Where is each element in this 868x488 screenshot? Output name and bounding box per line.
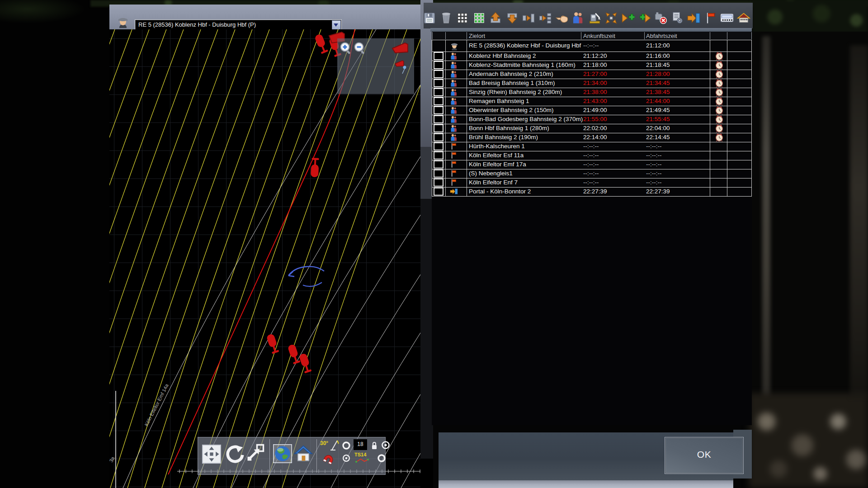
add-before-icon[interactable] [638,11,651,25]
row-checkbox[interactable] [434,188,443,196]
arrows-center-icon[interactable] [604,11,618,25]
target-icon-2[interactable] [342,454,351,463]
zoom-in-icon[interactable] [341,43,351,55]
home-view-button[interactable] [294,444,313,463]
row-checkbox[interactable] [434,151,443,160]
hand-pointer-icon[interactable] [555,11,569,25]
table-row[interactable]: (S) Nebengleis1--:--:----:--:-- [432,169,752,178]
track-map[interactable]: Köln Eifeltor Emf 14a 3a [109,29,433,488]
refuel-icon[interactable] [588,11,602,25]
background-rocks [749,393,868,488]
row-abfahrtszeit: 22:14:45 [646,134,670,141]
row-checkbox[interactable] [434,178,443,187]
table-row[interactable]: Remagen Bahnsteig 121:43:0021:44:00 [432,97,752,106]
passenger-icon [450,88,458,96]
remove-train-icon[interactable] [654,11,668,25]
row-abfahrtszeit: 21:28:00 [646,70,670,77]
grid-green-icon[interactable] [472,11,486,25]
import-up-icon[interactable] [489,11,502,25]
zoom-out-icon[interactable] [355,43,365,55]
row-ankunftszeit: 21:27:00 [583,70,607,77]
table-row[interactable]: Bonn-Bad Godesberg Bahnsteig 2 (370m)21:… [432,115,752,124]
row-abfahrtszeit: --:--:-- [646,152,661,159]
radio-ring-icon-2[interactable] [377,454,386,463]
table-row[interactable]: Bonn Hbf Bahnsteig 1 (280m)22:02:0022:04… [432,124,752,133]
row-checkbox[interactable] [434,169,443,178]
column-line [751,40,752,196]
row-ankunftszeit: 21:38:00 [583,89,607,95]
flag-icon[interactable] [704,11,717,25]
row-checkbox[interactable] [434,115,443,123]
column-line [710,40,710,196]
insert-list-icon[interactable] [538,11,552,25]
column-line [727,40,727,196]
row-zielort: Köln Eifeltor Esf 11a [469,152,524,159]
row-checkbox[interactable] [434,79,443,87]
row-checkbox[interactable] [434,52,443,60]
row-checkbox[interactable] [434,88,443,96]
background-rail-streak [762,36,770,425]
table-row[interactable]: Andernach Bahnsteig 2 (210m)21:27:0021:2… [432,70,752,79]
train-properties-icon[interactable] [671,11,684,25]
table-row[interactable]: Bad Breisig Bahnsteig 1 (310m)21:34:0021… [432,79,752,88]
table-row[interactable]: Sinzig (Rhein) Bahnsteig 2 (280m)21:38:0… [432,88,752,97]
delete-icon[interactable] [439,11,453,25]
dropdown-arrow-button[interactable] [332,20,341,30]
depot-icon[interactable] [737,11,750,25]
magnet-icon[interactable] [322,453,335,465]
table-row[interactable]: Hürth-Kalscheuren 1--:--:----:--:-- [432,142,752,151]
table-row[interactable]: RE 5 (28536) Koblenz Hbf - Duisburg Hbf-… [432,40,752,52]
table-row[interactable]: Koblenz-Stadtmitte Bahnsteig 1 (160m)21:… [432,61,752,70]
table-row[interactable]: Köln Eifeltor Enf 7--:--:----:--:-- [432,178,752,187]
passenger-icon [450,61,458,69]
flag-icon [450,151,458,160]
alarm-clock-icon [715,106,724,115]
row-checkbox[interactable] [434,160,443,169]
row-ankunftszeit: 22:02:00 [583,125,607,131]
row-checkbox[interactable] [434,70,443,78]
table-row[interactable]: Brühl Bahnsteig 2 (190m)22:14:0022:14:45 [432,133,752,142]
grid-white-icon[interactable] [456,11,469,25]
passenger-icon [450,124,458,132]
row-ankunftszeit: 22:14:00 [583,134,607,141]
row-zielort: (S) Nebengleis1 [469,170,513,177]
row-checkbox[interactable] [434,61,443,69]
table-row[interactable]: Oberwinter Bahnsteig 2 (150m)21:49:0021:… [432,106,752,115]
table-row[interactable]: Portal - Köln-Bonntor 222:27:3922:27:39 [432,187,752,196]
row-zielort: Brühl Bahnsteig 2 (190m) [469,134,538,141]
row-ankunftszeit: --:--:-- [583,42,599,49]
table-row[interactable]: Köln Eifeltor Emf 17a--:--:----:--:-- [432,160,752,169]
portal-icon[interactable] [687,11,701,25]
move-object-tool-button[interactable] [246,443,265,463]
alarm-clock-icon [715,115,724,124]
column-line [445,40,446,196]
export-down-icon[interactable] [505,11,519,25]
rotate-tool-button[interactable] [224,443,245,465]
row-checkbox[interactable] [434,133,443,141]
ok-button[interactable]: OK [665,437,744,474]
add-after-icon[interactable] [621,11,635,25]
background-trees-right [752,0,868,34]
save-icon[interactable] [423,11,436,25]
zoom-level-box[interactable]: 18 [354,439,367,450]
move-right-icon[interactable] [522,11,535,25]
lock-icon[interactable] [371,441,378,451]
row-checkbox[interactable] [434,97,443,105]
globe-view-button[interactable] [273,444,292,464]
minimap-overlay [337,38,414,94]
flag-icon [450,169,458,178]
target-icon[interactable] [381,440,391,450]
passenger-icon [450,79,458,87]
row-checkbox[interactable] [434,142,443,150]
passengers-icon[interactable] [571,11,585,25]
row-zielort: Koblenz Hbf Bahnsteig 2 [469,52,536,59]
table-row[interactable]: Koblenz Hbf Bahnsteig 221:12:2021:16:00 [432,52,752,61]
pan-tool-button[interactable] [202,444,222,465]
row-checkbox[interactable] [434,124,443,132]
row-checkbox[interactable] [434,106,443,114]
control-panel-icon[interactable] [720,11,734,25]
map-scrollbar[interactable] [420,0,433,459]
table-row[interactable]: Köln Eifeltor Esf 11a--:--:----:--:-- [432,151,752,160]
radio-ring-icon[interactable] [342,441,351,450]
mast-icon[interactable] [330,439,340,451]
